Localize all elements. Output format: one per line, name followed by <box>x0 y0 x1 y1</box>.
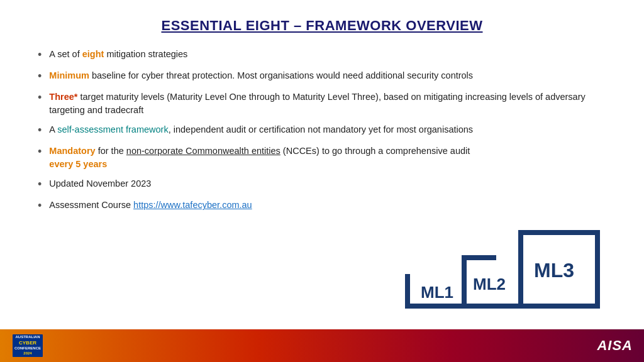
ml2-label: ML2 <box>473 275 506 293</box>
footer-left: AUSTRALIAN CYBER CONFERENCE 2024 <box>11 334 44 357</box>
svg-rect-2 <box>462 255 467 309</box>
svg-rect-6 <box>518 304 600 309</box>
conf-line3: CONFERENCE <box>14 346 41 351</box>
bullet-content-2: Minimum baseline for cyber threat protec… <box>49 69 606 82</box>
bullet-dot: • <box>38 122 42 138</box>
conference-logo: AUSTRALIAN CYBER CONFERENCE 2024 <box>11 334 44 357</box>
svg-rect-4 <box>462 255 496 260</box>
highlight-eight: eight <box>82 49 104 59</box>
footer-bar: AUSTRALIAN CYBER CONFERENCE 2024 AISA <box>0 329 644 362</box>
ncce-text: non-corporate Commonwealth entities <box>126 146 280 156</box>
list-item: • Three* target maturity levels (Maturit… <box>38 90 606 117</box>
bullet-content-6: Updated November 2023 <box>49 177 606 190</box>
conf-line2: CYBER <box>14 340 41 346</box>
slide-title: ESSENTIAL EIGHT – FRAMEWORK OVERVIEW <box>38 18 606 34</box>
svg-rect-7 <box>518 230 600 235</box>
highlight-mandatory: Mandatory <box>49 146 95 156</box>
tafe-cyber-link[interactable]: https://www.tafecyber.com.au <box>133 200 252 210</box>
list-item: • Minimum baseline for cyber threat prot… <box>38 69 606 84</box>
highlight-self-assessment: self-assessment framework <box>57 124 168 134</box>
svg-rect-0 <box>405 274 410 309</box>
svg-rect-8 <box>595 230 600 309</box>
svg-rect-3 <box>462 304 518 309</box>
list-item: • A set of eight mitigation strategies <box>38 48 606 63</box>
ml-diagram-area: ML1 ML2 ML3 <box>399 192 613 318</box>
conf-year: 2024 <box>14 351 41 356</box>
list-item: • Mandatory for the non-corporate Common… <box>38 145 606 171</box>
bullet-content-5: Mandatory for the non-corporate Commonwe… <box>49 145 606 171</box>
ml3-label: ML3 <box>534 259 574 282</box>
bullet-content-3: Three* target maturity levels (Maturity … <box>49 90 606 117</box>
conf-line1: AUSTRALIAN <box>14 335 41 340</box>
svg-rect-1 <box>405 304 462 309</box>
bullet-content-4: A self-assessment framework, independent… <box>49 123 606 136</box>
bullet-dot: • <box>38 197 42 214</box>
highlight-minimum: Minimum <box>49 70 89 80</box>
bullet-dot: • <box>38 68 42 84</box>
slide: ESSENTIAL EIGHT – FRAMEWORK OVERVIEW • A… <box>0 0 644 362</box>
list-item: • A self-assessment framework, independe… <box>38 123 606 138</box>
bullet-dot: • <box>38 143 42 160</box>
aisa-logo: AISA <box>597 337 633 354</box>
highlight-three: Three* <box>49 92 77 102</box>
list-item: • Updated November 2023 <box>38 177 606 192</box>
aisa-label: AISA <box>597 337 633 354</box>
bullet-dot: • <box>38 89 42 106</box>
svg-rect-5 <box>518 230 523 309</box>
ml-diagram: ML1 ML2 ML3 <box>399 192 613 318</box>
highlight-every-years: every 5 years <box>49 159 107 169</box>
bullet-dot: • <box>38 176 42 192</box>
ml1-label: ML1 <box>421 283 453 302</box>
bullet-content-1: A set of eight mitigation strategies <box>49 48 606 61</box>
bullet-dot: • <box>38 47 42 63</box>
